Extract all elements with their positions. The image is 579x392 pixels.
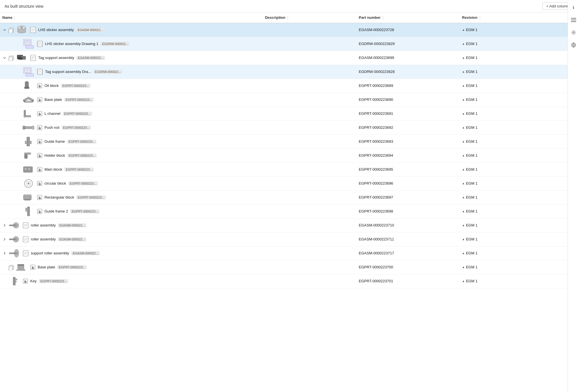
table-row[interactable]: Guide frame 2EGPRT-0000223...EGPRT-00002… bbox=[0, 204, 568, 218]
item-thumbnail bbox=[22, 67, 35, 77]
name-cell: Oil blockEGPRT-0000223... bbox=[0, 79, 263, 93]
table-row[interactable]: Base plateEGPRT-0000223...EGPRT-00002237… bbox=[0, 260, 568, 274]
table-row[interactable]: Oil blockEGPRT-0000223...EGPRT-000022368… bbox=[0, 79, 568, 93]
type-icon bbox=[23, 250, 29, 256]
item-thumbnail bbox=[22, 178, 35, 189]
type-icon bbox=[37, 139, 42, 144]
type-icon bbox=[23, 236, 29, 242]
table-row[interactable]: Rectangular blockEGPRT-0000223...EGPRT-0… bbox=[0, 190, 568, 204]
expand-button[interactable] bbox=[2, 251, 7, 256]
part-number-cell: EGPRT-0000223695 bbox=[357, 162, 460, 176]
expand-button[interactable] bbox=[2, 237, 7, 242]
revision-triangle-icon: ▲ bbox=[462, 70, 465, 73]
svg-rect-43 bbox=[26, 81, 27, 82]
description-cell bbox=[263, 190, 356, 204]
svg-rect-42 bbox=[25, 87, 29, 89]
revision-label: EGM 1 bbox=[466, 223, 477, 227]
table-row[interactable]: Tag support assembly Dra...EGDRW-000022.… bbox=[0, 65, 568, 79]
copy-icon[interactable] bbox=[8, 264, 14, 270]
table-row[interactable]: Tag support assemblyEGASM-000022...EGASM… bbox=[0, 51, 568, 65]
name-cell: Tag support assembly Dra...EGDRW-000022.… bbox=[0, 65, 263, 79]
revision-label: EGM 1 bbox=[466, 70, 477, 74]
table-row[interactable]: Guide frameEGPRT-0000223...EGPRT-0000223… bbox=[0, 134, 568, 148]
actions-cell bbox=[544, 260, 568, 274]
table-row[interactable]: Push rodEGPRT-0000223...EGPRT-0000223692… bbox=[0, 121, 568, 134]
item-name-label: circular block bbox=[44, 181, 66, 185]
revision-cell: ▲EGM 1 bbox=[460, 218, 544, 232]
col-header-revision[interactable]: Revision bbox=[460, 13, 544, 23]
copy-icon[interactable] bbox=[8, 27, 14, 33]
item-name-label: Tag support assembly bbox=[38, 56, 74, 60]
svg-rect-22 bbox=[9, 57, 13, 61]
revision-triangle-icon: ▲ bbox=[462, 56, 465, 59]
item-thumbnail bbox=[22, 95, 35, 105]
expand-button[interactable] bbox=[2, 223, 7, 228]
copy-icon[interactable] bbox=[8, 55, 14, 61]
svg-rect-108 bbox=[571, 18, 576, 19]
item-tag-label: EGDRW-000022... bbox=[101, 42, 129, 46]
description-cell bbox=[263, 93, 356, 107]
table-row[interactable]: LHS sticker assemblyEGASM-000022...EGASM… bbox=[0, 23, 568, 37]
table-row[interactable]: LHS sticker assembly Drawing 1EGDRW-0000… bbox=[0, 37, 568, 51]
svg-rect-105 bbox=[14, 279, 17, 280]
table-row[interactable]: roller assemblyEGASM-000022...EGASM-0000… bbox=[0, 218, 568, 232]
collapse-button[interactable] bbox=[2, 56, 7, 60]
collapse-button[interactable] bbox=[2, 28, 7, 32]
col-header-description[interactable]: Description bbox=[263, 13, 356, 23]
table-row[interactable]: KeyEGPRT-0000223...EGPRT-0000223701▲EGM … bbox=[0, 274, 568, 288]
svg-rect-73 bbox=[26, 208, 27, 211]
description-cell bbox=[263, 51, 356, 65]
revision-cell: ▲EGM 1 bbox=[460, 51, 544, 65]
list-icon[interactable] bbox=[570, 16, 578, 24]
part-number-cell: EGPRT-0000223692 bbox=[357, 121, 460, 134]
table-row[interactable]: Main blockEGPRT-0000223...EGPRT-00002236… bbox=[0, 162, 568, 176]
col-header-part-number[interactable]: Part number bbox=[357, 13, 460, 23]
table-row[interactable]: support roller assemblyEGASM-000022...EG… bbox=[0, 246, 568, 260]
svg-rect-51 bbox=[32, 126, 34, 129]
item-name-label: Base plate bbox=[38, 265, 55, 269]
name-cell: roller assemblyEGASM-000022... bbox=[0, 218, 263, 232]
name-cell: Guide frame 2EGPRT-0000223... bbox=[0, 204, 263, 218]
actions-cell bbox=[544, 23, 568, 37]
table-row[interactable]: roller assemblyEGASM-000022...EGASM-0000… bbox=[0, 232, 568, 246]
svg-rect-69 bbox=[24, 195, 31, 196]
name-cell: LHS sticker assembly Drawing 1EGDRW-0000… bbox=[0, 37, 263, 51]
table-row[interactable]: Holder blockEGPRT-0000223...EGPRT-000022… bbox=[0, 148, 568, 162]
app-container: As built structure view + Add columns Na… bbox=[0, 0, 579, 392]
svg-rect-36 bbox=[26, 74, 34, 76]
revision-cell: ▲EGM 1 bbox=[460, 23, 544, 37]
svg-point-66 bbox=[28, 183, 29, 184]
item-name-label: Key bbox=[30, 279, 36, 283]
part-number-cell: EGDRW-0000223829 bbox=[357, 37, 460, 51]
col-header-name[interactable]: Name bbox=[0, 13, 263, 23]
revision-cell: ▲EGM 1 bbox=[460, 93, 544, 107]
svg-rect-61 bbox=[25, 168, 27, 170]
actions-cell bbox=[544, 176, 568, 190]
revision-cell: ▲EGM 1 bbox=[460, 134, 544, 148]
item-thumbnail bbox=[22, 192, 35, 203]
table-row[interactable]: L channelEGPRT-0000223...EGPRT-000022369… bbox=[0, 107, 568, 121]
revision-label: EGM 1 bbox=[466, 83, 477, 88]
gear-icon[interactable] bbox=[570, 28, 578, 36]
revision-label: EGM 1 bbox=[466, 265, 477, 269]
revision-triangle-icon: ▲ bbox=[462, 210, 465, 213]
revision-cell: ▲EGM 1 bbox=[460, 232, 544, 246]
name-cell: KeyEGPRT-0000223... bbox=[0, 274, 263, 288]
item-name-label: Rectangular block bbox=[44, 195, 74, 199]
item-name-label: support roller assembly bbox=[31, 251, 69, 255]
svg-rect-97 bbox=[9, 266, 13, 270]
table-row[interactable]: Base plateEGPRT-0000223...EGPRT-00002236… bbox=[0, 93, 568, 107]
svg-rect-77 bbox=[9, 225, 15, 226]
target-icon[interactable] bbox=[570, 41, 578, 49]
table-row[interactable]: circular blockEGPRT-0000223...EGPRT-0000… bbox=[0, 176, 568, 190]
actions-cell bbox=[544, 93, 568, 107]
actions-cell bbox=[544, 204, 568, 218]
item-tag-label: EGPRT-0000223... bbox=[39, 279, 68, 283]
svg-rect-1 bbox=[9, 29, 13, 33]
info-icon[interactable]: ℹ bbox=[570, 3, 578, 11]
item-thumbnail bbox=[22, 136, 35, 147]
description-cell bbox=[263, 65, 356, 79]
item-thumbnail bbox=[15, 25, 28, 35]
item-thumbnail bbox=[22, 150, 35, 161]
actions-cell bbox=[544, 190, 568, 204]
